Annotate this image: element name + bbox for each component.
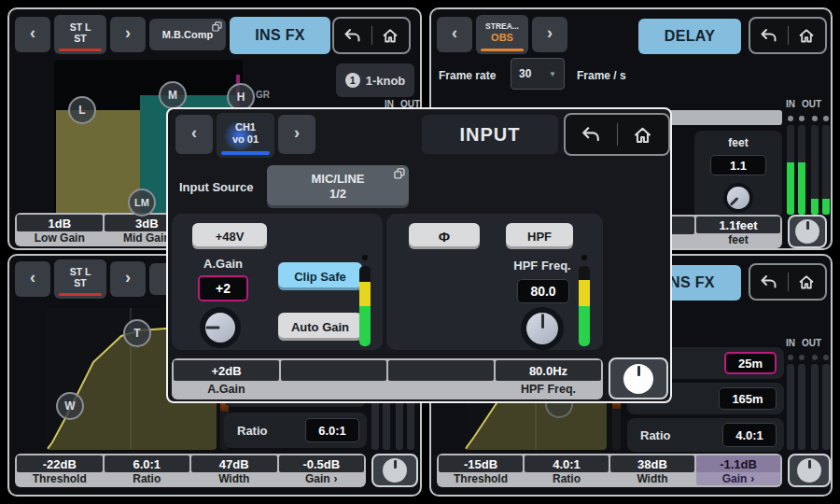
- param-bar: +2dBA.Gain 80.0HzHPF Freq.: [172, 358, 603, 399]
- feet-label: feet: [694, 136, 782, 149]
- copy-icon: [394, 168, 405, 179]
- touch-knob-button[interactable]: [609, 357, 668, 399]
- in-meter: [787, 125, 794, 215]
- again-value[interactable]: +2: [198, 275, 248, 301]
- touch-knob-button[interactable]: [788, 215, 827, 248]
- threshold-marker[interactable]: T: [123, 319, 151, 347]
- undo-button[interactable]: [334, 19, 371, 52]
- undo-button[interactable]: [566, 115, 617, 154]
- knob-icon: [383, 458, 407, 483]
- frame-unit-label: Frame / s: [577, 69, 626, 82]
- param-cell-gain-selected[interactable]: -1.1dBGain›: [696, 455, 780, 485]
- process-select-button[interactable]: M.B.Comp: [149, 19, 226, 50]
- phase-button[interactable]: Φ: [409, 223, 480, 249]
- in-meter: [787, 364, 794, 450]
- channel-color-underline: [59, 293, 102, 296]
- feet-value[interactable]: 1.1: [710, 155, 766, 175]
- touch-knob-button[interactable]: [371, 454, 418, 487]
- home-button[interactable]: [372, 19, 410, 52]
- param-cell-threshold[interactable]: -22dBThreshold: [17, 455, 103, 485]
- param-value[interactable]: 25m: [724, 352, 777, 374]
- touch-knob-button[interactable]: [788, 454, 831, 487]
- param-cell[interactable]: 1.1feetfeet: [696, 217, 780, 246]
- hpf-freq-knob[interactable]: [521, 307, 564, 350]
- tab-delay[interactable]: DELAY: [638, 19, 741, 54]
- next-channel-button[interactable]: ›: [110, 17, 146, 52]
- peak-dot: [812, 116, 818, 121]
- nav-icon-group: [749, 263, 827, 301]
- clip-safe-button[interactable]: Clip Safe: [278, 262, 362, 290]
- prev-channel-button[interactable]: ‹: [175, 115, 213, 154]
- channel-select-button[interactable]: STREA... OBS: [476, 15, 528, 54]
- param-cell-again[interactable]: +2dBA.Gain: [174, 360, 279, 398]
- ratio-value[interactable]: 6.0:1: [305, 418, 359, 442]
- param-cell-ratio[interactable]: 6.0:1Ratio: [105, 455, 190, 485]
- peak-dot: [799, 116, 805, 121]
- home-button[interactable]: [618, 115, 669, 154]
- knob-icon: [797, 458, 821, 483]
- home-icon: [797, 26, 816, 45]
- chevron-right-icon: ›: [547, 23, 553, 43]
- next-channel-button[interactable]: ›: [110, 261, 146, 297]
- again-knob[interactable]: [200, 307, 241, 348]
- next-channel-button[interactable]: ›: [532, 17, 567, 52]
- low-mid-crossover-marker[interactable]: LM: [128, 189, 156, 217]
- ratio-value[interactable]: 4.0:1: [722, 423, 777, 447]
- param-cell-width[interactable]: 38dBWidth: [610, 455, 694, 485]
- channel-select-button[interactable]: ST L ST: [54, 259, 106, 299]
- home-button[interactable]: [789, 265, 826, 299]
- one-knob-badge-icon: 1: [345, 73, 360, 88]
- param-cell[interactable]: [281, 360, 386, 398]
- ratio-row: Ratio 4.0:1: [627, 418, 784, 452]
- channel-color-underline: [59, 49, 102, 51]
- param-cell-hpf-freq[interactable]: 80.0HzHPF Freq.: [496, 360, 601, 398]
- phantom-power-button[interactable]: +48V: [192, 223, 267, 249]
- level-meter: [579, 266, 590, 346]
- ratio-label: Ratio: [640, 428, 671, 442]
- low-band-marker[interactable]: L: [68, 96, 96, 124]
- prev-channel-button[interactable]: ‹: [15, 17, 50, 52]
- peak-dot: [362, 255, 368, 260]
- hpf-freq-label: HPF Freq.: [504, 259, 581, 273]
- peak-dot: [581, 255, 587, 260]
- frame-rate-label: Frame rate: [439, 69, 496, 82]
- io-meter-labels: IN OUT: [786, 338, 821, 348]
- undo-button[interactable]: [750, 19, 788, 52]
- hpf-button[interactable]: HPF: [506, 223, 573, 249]
- width-marker[interactable]: W: [56, 392, 84, 420]
- next-channel-button[interactable]: ›: [278, 115, 315, 154]
- prev-channel-button[interactable]: ‹: [437, 17, 472, 52]
- out-meter: [822, 364, 830, 450]
- prev-channel-button[interactable]: ‹: [15, 261, 50, 297]
- nav-icon-group: [564, 113, 670, 156]
- home-button[interactable]: [789, 19, 826, 52]
- delay-knob[interactable]: [723, 183, 753, 213]
- frame-rate-dropdown[interactable]: 30 ▼: [511, 58, 565, 90]
- mid-band-marker[interactable]: M: [159, 81, 187, 109]
- copy-icon: [212, 21, 222, 32]
- param-cell-width[interactable]: 47dBWidth: [191, 455, 277, 485]
- param-cell[interactable]: 1dBLow Gain: [17, 215, 103, 245]
- channel-select-button[interactable]: CH1 vo 01: [217, 113, 274, 158]
- peak-dot: [823, 116, 829, 121]
- channel-color-underline: [221, 151, 270, 155]
- auto-gain-button[interactable]: Auto Gain: [278, 313, 362, 341]
- hpf-freq-value[interactable]: 80.0: [517, 279, 569, 303]
- param-value[interactable]: 165m: [719, 387, 777, 410]
- input-source-button[interactable]: MIC/LINE 1/2: [267, 165, 409, 208]
- chevron-left-icon: ‹: [30, 268, 35, 287]
- home-icon: [381, 26, 399, 45]
- param-cell-gain[interactable]: -0.5dBGain›: [279, 455, 365, 485]
- chevron-right-icon: ›: [125, 268, 131, 287]
- channel-color-underline: [481, 49, 524, 51]
- one-knob-button[interactable]: 1 1-knob: [336, 63, 414, 97]
- channel-select-button[interactable]: ST L ST: [54, 15, 106, 54]
- ratio-label: Ratio: [237, 424, 268, 438]
- param-cell-threshold[interactable]: -15dBThreshold: [439, 455, 523, 485]
- param-cell[interactable]: [388, 360, 494, 398]
- undo-button[interactable]: [750, 265, 788, 299]
- param-cell-ratio[interactable]: 4.0:1Ratio: [525, 455, 609, 485]
- out-meter: [822, 125, 830, 215]
- undo-icon: [343, 27, 361, 44]
- tab-ins-fx[interactable]: INS FX: [230, 17, 330, 54]
